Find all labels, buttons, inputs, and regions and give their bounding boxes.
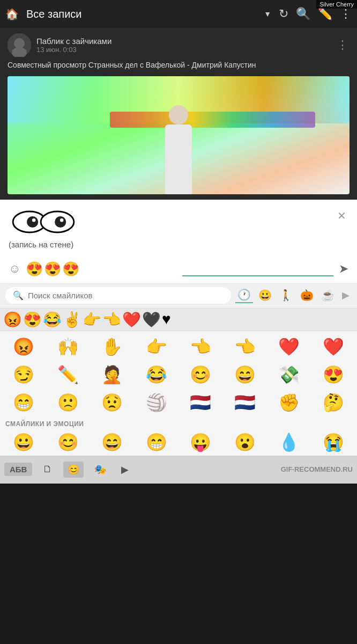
category-recent[interactable]: 🕐	[235, 287, 253, 303]
svg-point-8	[60, 218, 64, 222]
emoji-section-label: СМАЙЛИКИ И ЭМОЦИИ	[0, 418, 357, 429]
svg-point-7	[55, 216, 66, 228]
emoji-search-row: 🔍 🕐 😀 🚶 🎃 ☕ ▶	[0, 283, 357, 309]
post-meta: Паблик с зайчиками 13 июн. 0:03	[36, 36, 331, 54]
post-image	[8, 76, 349, 194]
comment-text-input-underline	[182, 261, 333, 276]
post-more-button[interactable]: ⋮	[337, 38, 349, 52]
emoji-item: 😍	[62, 261, 79, 277]
emoji-trigger-button[interactable]: ☺	[9, 262, 20, 276]
emoji-item[interactable]: ✏️	[47, 362, 90, 387]
recent-emoji[interactable]: 😂	[43, 311, 62, 328]
group-name: Паблик с зайчиками	[36, 36, 331, 46]
category-smileys[interactable]: 😀	[256, 288, 274, 303]
post-time: 13 июн. 0:03	[36, 46, 331, 54]
post-area: Паблик с зайчиками 13 июн. 0:03 ⋮ Совмес…	[0, 28, 357, 200]
emoji-search-box[interactable]: 🔍	[5, 287, 231, 304]
emoji-item[interactable]: 😡	[2, 334, 46, 359]
emoji-item[interactable]: 😄	[91, 431, 134, 453]
emoji-item[interactable]: 🏐	[135, 390, 178, 415]
emoji-grid-row2: 😁 🙁 😟 🏐 🇳🇱 🇳🇱 ✊ 🤔	[0, 390, 357, 418]
category-people[interactable]: 🚶	[277, 288, 295, 303]
keyboard-sticker-button[interactable]: 🗋	[39, 462, 57, 477]
svg-point-5	[32, 218, 36, 222]
post-text: Совместный просмотр Странных дел с Вафел…	[8, 60, 349, 71]
emoji-item[interactable]: 😮	[224, 431, 267, 453]
emoji-item[interactable]: 👈	[224, 334, 267, 359]
emoji-item[interactable]: 🙁	[47, 390, 90, 415]
send-comment-button[interactable]: ➤	[339, 262, 348, 276]
emoji-item[interactable]: 😀	[2, 431, 46, 453]
keyboard-abc-button[interactable]: АБВ	[4, 463, 32, 476]
emoji-item[interactable]: 🇳🇱	[224, 390, 267, 415]
emoji-item[interactable]: 👈	[179, 334, 222, 359]
category-objects[interactable]: 🎃	[298, 288, 316, 303]
recent-emoji[interactable]: 🖤	[142, 311, 161, 328]
keyboard-emoji-button[interactable]: 😊	[63, 462, 84, 478]
comment-type-label: (запись на стене)	[9, 240, 348, 249]
emoji-item[interactable]: 🙌	[47, 334, 90, 359]
emoji-grid-bottom: 😀 😊 😄 😁 😛 😮 💧 😭	[0, 429, 357, 456]
recent-emoji[interactable]: ❤️	[122, 311, 141, 328]
emoji-keyboard: 🔍 🕐 😀 🚶 🎃 ☕ ▶ 😡 😍 😂 ✌️ 👉 👈 ❤️ 🖤 ♥️ 😡 🙌 ✋…	[0, 283, 357, 484]
category-food[interactable]: ☕	[319, 288, 337, 303]
recent-emoji[interactable]: 😍	[23, 311, 42, 328]
emoji-item[interactable]: 😭	[312, 431, 355, 453]
search-icon: 🔍	[13, 290, 24, 301]
emoji-item[interactable]: 👉	[135, 334, 178, 359]
emoji-item[interactable]: 💧	[267, 431, 311, 453]
emoji-category-tabs: 🕐 😀 🚶 🎃 ☕ ▶	[235, 287, 352, 303]
emoji-item[interactable]: 😏	[2, 362, 46, 387]
emoji-item[interactable]: 😛	[179, 431, 222, 453]
recent-emoji[interactable]: 👈	[102, 311, 121, 328]
home-icon[interactable]: 🏠	[5, 8, 19, 20]
emoji-item: 😍	[44, 261, 61, 277]
more-icon[interactable]: ⋮	[340, 7, 352, 21]
emoji-grid-row1b: 😏 ✏️ 🤦 😂 😊 😄 💸 😍	[0, 362, 357, 390]
category-more[interactable]: ▶	[340, 288, 352, 302]
comment-emojis-shown: 😍 😍 😍	[26, 261, 177, 277]
gif-recommend-label: GIF·RECOMMEND.RU	[281, 465, 353, 473]
emoji-item[interactable]: 😍	[312, 362, 355, 387]
emoji-item[interactable]: 🤦	[91, 362, 134, 387]
refresh-icon[interactable]: ↻	[279, 7, 288, 21]
dropdown-icon[interactable]: ▼	[264, 10, 271, 18]
keyboard-gif-button[interactable]: ▶	[117, 462, 133, 478]
page-title: Все записи	[26, 8, 256, 20]
keyboard-gif-emoji-button[interactable]: 🎭	[90, 462, 110, 478]
close-comment-button[interactable]: ✕	[335, 207, 348, 224]
emoji-item[interactable]: 😂	[135, 362, 178, 387]
emoji-item[interactable]: 😁	[2, 390, 46, 415]
recent-emoji[interactable]: ✌️	[63, 311, 81, 328]
search-icon[interactable]: 🔍	[296, 7, 310, 21]
emoji-item[interactable]: ❤️	[312, 334, 355, 359]
edit-icon[interactable]: ✏️	[318, 7, 332, 21]
emoji-item[interactable]: ❤️	[267, 334, 311, 359]
keyboard-bottom-bar: АБВ 🗋 😊 🎭 ▶ GIF·RECOMMEND.RU	[0, 456, 357, 484]
recent-emoji[interactable]: ♥️	[162, 311, 171, 328]
emoji-item[interactable]: 😄	[224, 362, 267, 387]
emoji-search-input[interactable]	[28, 291, 224, 300]
emoji-item[interactable]: 😊	[47, 431, 90, 453]
emoji-item[interactable]: ✋	[91, 334, 134, 359]
emoji-item[interactable]: ✊	[267, 390, 311, 415]
silver-cherry-badge: Silver Cherry	[316, 0, 357, 9]
comment-eyes-icon	[9, 207, 78, 237]
comment-header: ✕	[9, 207, 348, 237]
comment-input-row: ☺ 😍 😍 😍 ➤	[9, 258, 348, 277]
emoji-item: 😍	[26, 261, 43, 277]
emoji-item[interactable]: 😟	[91, 390, 134, 415]
emoji-item[interactable]: 🇳🇱	[179, 390, 222, 415]
avatar	[8, 33, 31, 57]
post-header: Паблик с зайчиками 13 июн. 0:03 ⋮	[8, 33, 349, 57]
top-bar: 🏠 Все записи ▼ ↻ 🔍 ✏️ ⋮	[0, 0, 357, 28]
emoji-recent-strip: 😡 😍 😂 ✌️ 👉 👈 ❤️ 🖤 ♥️	[0, 309, 357, 331]
comment-box: ✕ (запись на стене) ☺ 😍 😍 😍 ➤	[0, 200, 357, 283]
emoji-grid-row1: 😡 🙌 ✋ 👉 👈 👈 ❤️ ❤️	[0, 331, 357, 362]
emoji-item[interactable]: 🤔	[312, 390, 355, 415]
recent-emoji[interactable]: 😡	[3, 311, 22, 328]
emoji-item[interactable]: 😁	[135, 431, 178, 453]
recent-emoji[interactable]: 👉	[83, 311, 101, 328]
emoji-item[interactable]: 💸	[267, 362, 311, 387]
emoji-item[interactable]: 😊	[179, 362, 222, 387]
